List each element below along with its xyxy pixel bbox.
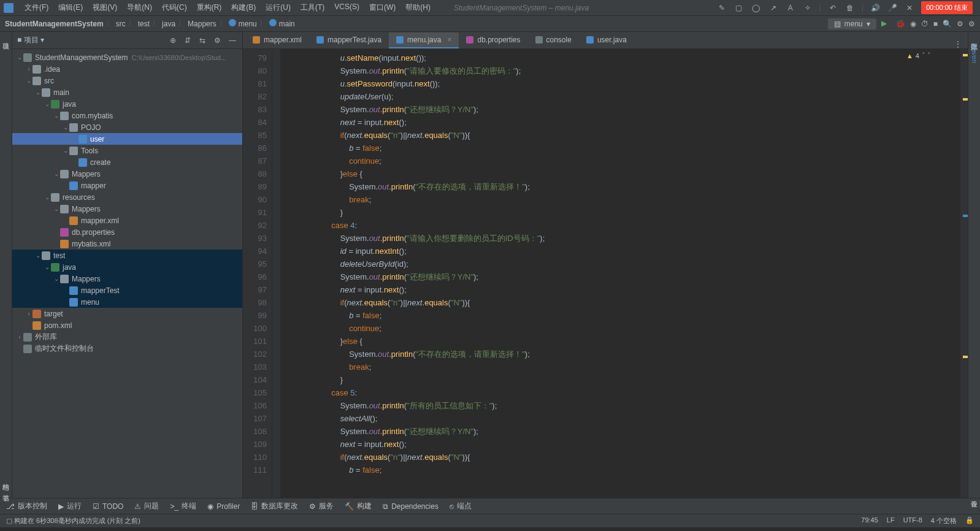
menu-item[interactable]: VCS(S) — [329, 2, 364, 13]
tree-node[interactable]: 临时文件和控制台 — [12, 343, 242, 354]
tree-node[interactable]: ›外部库 — [12, 331, 242, 343]
device-stripe-btn[interactable]: 设备 — [970, 493, 979, 498]
status-cell[interactable]: 4 个空格 — [931, 516, 957, 525]
menu-item[interactable]: 窗口(W) — [364, 2, 400, 13]
tree-node[interactable]: pom.xml — [12, 319, 242, 331]
menu-item[interactable]: 编辑(E) — [53, 2, 88, 13]
mic-icon[interactable]: 🎤 — [887, 2, 898, 13]
circle-icon[interactable]: ◯ — [751, 2, 762, 13]
breadcrumb-item[interactable]: StudentManagementSystem — [5, 20, 104, 28]
tree-node[interactable]: ⌄com.mybatis — [12, 110, 242, 121]
bottom-tool-Dependencies[interactable]: ⧉Dependencies — [383, 502, 438, 511]
collapse-icon[interactable]: ⇆ — [199, 36, 208, 45]
bottom-tool-TODO[interactable]: ☑TODO — [93, 502, 123, 511]
breadcrumb-item[interactable]: test — [138, 20, 150, 28]
profile-icon[interactable]: ⏱ — [921, 20, 928, 28]
bottom-tool-端点[interactable]: ⎋端点 — [450, 501, 472, 511]
run-icon[interactable]: ▶ — [881, 19, 891, 29]
tree-node[interactable]: ⌄main — [12, 86, 242, 98]
tree-node[interactable]: db.properties — [12, 226, 242, 238]
tree-node[interactable]: user — [12, 133, 242, 145]
tree-node[interactable]: ⌄Tools — [12, 145, 242, 156]
tree-node[interactable]: mapperTest — [12, 285, 242, 296]
debug-icon[interactable]: 🐞 — [896, 20, 905, 28]
coverage-icon[interactable]: ◉ — [910, 20, 916, 28]
menu-item[interactable]: 代码(C) — [157, 2, 192, 13]
wand-icon[interactable]: ✧ — [802, 2, 813, 13]
tabs-more-icon[interactable]: ⋮ — [948, 40, 968, 48]
status-cell[interactable]: UTF-8 — [903, 516, 922, 525]
tree-node[interactable]: ⌄resources — [12, 191, 242, 203]
tree-node[interactable]: ⌄Mappers — [12, 203, 242, 215]
menu-item[interactable]: 运行(U) — [261, 2, 296, 13]
menu-item[interactable]: 帮助(H) — [400, 2, 435, 13]
options-icon[interactable]: ⚙ — [214, 36, 223, 45]
menu-item[interactable]: 视图(V) — [88, 2, 122, 13]
editor-tab[interactable]: db.properties — [459, 32, 527, 48]
bottom-tool-构建[interactable]: 🔨构建 — [345, 501, 372, 511]
editor-tab[interactable]: user.java — [579, 32, 634, 48]
record-timer[interactable]: 00:00:00 结束 — [921, 1, 973, 14]
text-icon[interactable]: A — [785, 2, 796, 13]
breadcrumb-item[interactable]: java — [162, 20, 175, 28]
tree-node[interactable]: mybatis.xml — [12, 238, 242, 250]
tree-node[interactable]: create — [12, 156, 242, 168]
editor-tab[interactable]: console — [528, 32, 579, 48]
tree-node[interactable]: ⌄POJO — [12, 121, 242, 133]
bottom-tool-版本控制[interactable]: ⎇版本控制 — [6, 501, 47, 511]
error-stripe[interactable] — [960, 49, 968, 498]
tree-node[interactable]: ⌄test — [12, 250, 242, 261]
tree-node[interactable]: ⌄java — [12, 98, 242, 110]
editor-tab[interactable]: mapper.xml — [245, 32, 309, 48]
hide-icon[interactable]: — — [229, 36, 237, 45]
menu-item[interactable]: 文件(F) — [20, 2, 53, 13]
tree-node[interactable]: ›target — [12, 308, 242, 319]
tree-node[interactable]: ⌄Mappers — [12, 273, 242, 285]
tree-node[interactable]: mapper.xml — [12, 215, 242, 226]
gear-icon[interactable]: ⚙ — [968, 20, 975, 28]
fold-gutter[interactable] — [272, 49, 281, 498]
tree-node[interactable]: ⌄java — [12, 261, 242, 273]
breadcrumb-item[interactable]: Mappers — [188, 20, 216, 28]
menu-item[interactable]: 构建(B) — [226, 2, 261, 13]
editor-tab[interactable]: menu.java× — [389, 32, 459, 48]
bookmarks-stripe-btn[interactable]: 书签 — [1, 487, 10, 492]
tree-node[interactable]: ⌄Mappers — [12, 168, 242, 180]
lock-icon[interactable]: 🔒 — [965, 516, 974, 525]
run-config-selector[interactable]: ▤ menu ▾ — [828, 18, 876, 29]
trash-icon[interactable]: 🗑 — [844, 2, 856, 13]
stop-icon[interactable]: ■ — [933, 20, 938, 28]
tree-node[interactable]: ⌄StudentManagementSystemC:\Users\33680\D… — [12, 52, 242, 63]
status-cell[interactable]: 79:45 — [861, 516, 878, 525]
structure-stripe-btn[interactable]: 结构 — [1, 476, 10, 481]
tree-node[interactable]: mapper — [12, 180, 242, 191]
bottom-tool-问题[interactable]: ⚠问题 — [134, 501, 159, 511]
expand-icon[interactable]: ⇵ — [185, 36, 193, 45]
breadcrumb-item[interactable]: menu — [229, 19, 257, 28]
inspection-badge[interactable]: ▲4 ˄ ˅ — [906, 52, 931, 59]
bottom-tool-数据库更改[interactable]: 🗄数据库更改 — [251, 501, 298, 511]
arrow-icon[interactable]: ↗ — [768, 2, 779, 13]
menu-item[interactable]: 工具(T) — [296, 2, 329, 13]
code-editor[interactable]: u.setName(input.next()); System.out.prin… — [281, 49, 968, 498]
bottom-tool-Profiler[interactable]: ◉Profiler — [207, 502, 240, 511]
project-stripe-btn[interactable]: 项目 — [1, 36, 10, 40]
database-stripe-btn[interactable]: 数据库 — [970, 36, 979, 40]
tree-node[interactable]: ›.idea — [12, 63, 242, 75]
pencil-icon[interactable]: ✎ — [716, 2, 727, 13]
square-icon[interactable]: ▢ — [733, 2, 745, 13]
bottom-tool-服务[interactable]: ⚙服务 — [309, 501, 334, 511]
search-icon[interactable]: 🔍 — [943, 20, 952, 28]
undo-icon[interactable]: ↶ — [827, 2, 838, 13]
close-icon[interactable]: ✕ — [904, 2, 915, 13]
line-gutter[interactable]: 7980818283848586878889909192939495969798… — [243, 49, 272, 498]
locate-icon[interactable]: ⊕ — [170, 36, 178, 45]
tree-node[interactable]: menu — [12, 296, 242, 308]
menu-item[interactable]: 重构(R) — [192, 2, 227, 13]
settings-icon[interactable]: ⚙ — [957, 20, 963, 28]
bottom-tool-运行[interactable]: ▶运行 — [58, 501, 82, 511]
breadcrumb-item[interactable]: src — [116, 20, 126, 28]
tree-node[interactable]: ⌄src — [12, 75, 242, 86]
editor-tab[interactable]: mapperTest.java — [309, 32, 389, 48]
breadcrumb-item[interactable]: main — [269, 19, 295, 28]
